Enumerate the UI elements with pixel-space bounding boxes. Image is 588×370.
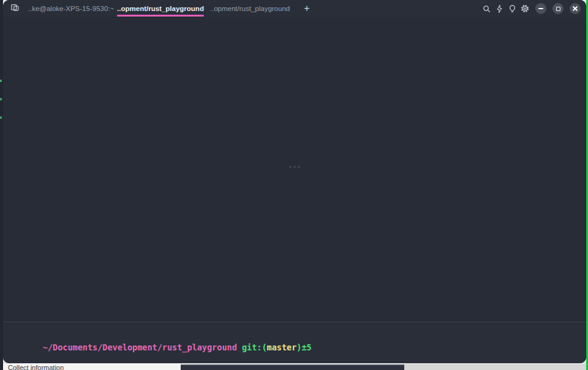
gear-icon <box>520 4 530 13</box>
active-tab-underline <box>117 15 204 17</box>
loading-dots <box>290 166 300 168</box>
search-icon <box>482 4 491 13</box>
terminal-output-pane[interactable] <box>3 17 586 322</box>
new-tab-button[interactable]: + <box>295 0 319 17</box>
settings-button[interactable] <box>520 4 530 13</box>
tab-label: ..ke@aloke-XPS-15-9530:~ <box>28 5 115 12</box>
tab-bar: ..ke@aloke-XPS-15-9530:~ ..opment/rust_p… <box>3 0 586 17</box>
dot <box>298 166 300 168</box>
ai-command-button[interactable] <box>494 4 504 13</box>
background-window-fragment <box>404 364 586 370</box>
window-controls <box>535 0 586 17</box>
dot <box>294 166 296 168</box>
tips-button[interactable] <box>507 4 517 13</box>
prompt-git-status: )±5 <box>296 342 311 352</box>
prompt-path: ~/Documents/Development/rust_playground <box>43 342 237 352</box>
collect-information-link[interactable]: Collect information <box>8 364 64 370</box>
tab-home[interactable]: ..ke@aloke-XPS-15-9530:~ <box>26 0 116 17</box>
close-button[interactable] <box>570 3 581 14</box>
bookshelf-icon <box>10 2 20 15</box>
maximize-icon <box>556 7 560 11</box>
background-taskbar-fragment <box>181 364 404 370</box>
tab-rust-playground-active[interactable]: ..opment/rust_playground <box>116 0 205 17</box>
tab-rust-playground[interactable]: ..opment/rust_playground <box>205 0 295 17</box>
maximize-button[interactable] <box>552 3 564 14</box>
command-input-block[interactable]: ~/Documents/Development/rust_playground … <box>3 322 586 363</box>
minimize-icon <box>538 8 543 9</box>
toolbar-icons <box>481 0 530 17</box>
lightning-icon <box>495 4 504 13</box>
terminal-prompt: ~/Documents/Development/rust_playground … <box>13 333 586 362</box>
minimize-button[interactable] <box>535 3 546 14</box>
close-icon <box>573 6 578 11</box>
prompt-branch: master <box>267 342 297 352</box>
tab-label: ..opment/rust_playground <box>117 5 204 12</box>
terminal-window: ..ke@aloke-XPS-15-9530:~ ..opment/rust_p… <box>3 0 586 363</box>
search-button[interactable] <box>481 4 491 13</box>
gutter-mark <box>0 98 2 100</box>
tab-label: ..opment/rust_playground <box>210 5 290 12</box>
lightbulb-icon <box>508 4 517 13</box>
prompt-git-open: git:( <box>237 342 267 352</box>
gutter-mark <box>0 116 2 119</box>
bookshelf-button[interactable] <box>3 0 26 17</box>
dot <box>290 166 292 168</box>
gutter-mark <box>0 80 2 82</box>
